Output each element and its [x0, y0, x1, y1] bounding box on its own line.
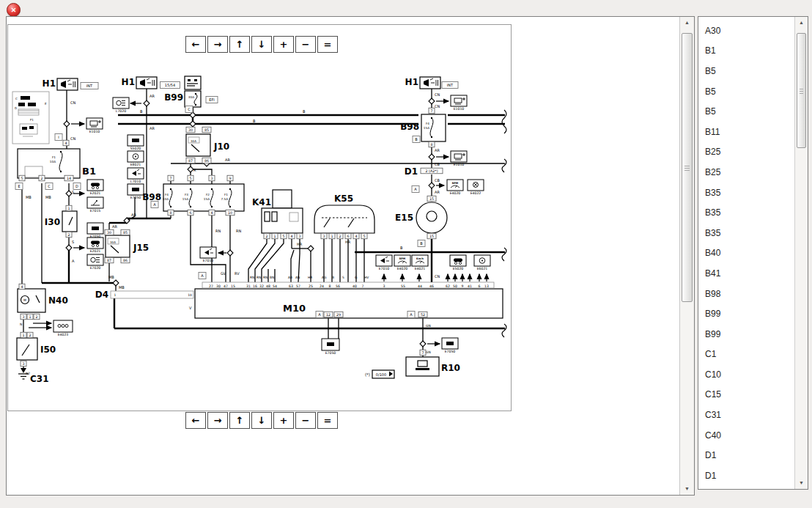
diagram-text: MB	[45, 195, 51, 199]
diagram-path	[502, 159, 506, 172]
component-list-item-c31[interactable]: C31	[698, 405, 795, 425]
component-list-item-b11[interactable]: B11	[698, 122, 795, 142]
scroll-down-button[interactable]: ▼	[680, 483, 694, 495]
diagram-text: 24	[320, 284, 324, 288]
diagram-text: 40	[353, 284, 357, 288]
component-list-item-b1[interactable]: B1	[698, 41, 795, 62]
diagram-text: 1	[29, 315, 31, 319]
list-vertical-scrollbar[interactable]: ▲ ▼	[794, 17, 808, 489]
diagram-text: 4	[290, 235, 292, 238]
diagram-text: 3	[22, 362, 24, 366]
main-vertical-scrollbar[interactable]: ▲ ▼	[679, 17, 694, 495]
diagram-text: 15A	[182, 197, 188, 201]
diagram-text: 85	[123, 231, 128, 235]
diagram-text: RN	[236, 229, 241, 233]
scroll-down-button[interactable]: ▼	[795, 477, 808, 489]
diagram-text: 5	[189, 177, 191, 180]
diagram-text: E7010	[203, 259, 214, 262]
diagram-box	[18, 109, 39, 115]
component-list-item-c10[interactable]: C10	[698, 364, 795, 385]
diagram-text: HR	[297, 242, 303, 246]
pan-left-button[interactable]: ←	[185, 412, 206, 429]
diagram-text: 15	[231, 284, 235, 288]
zoom-out-button[interactable]: −	[295, 36, 316, 53]
diagram-box	[62, 211, 77, 232]
component-list-item-c15[interactable]: C15	[698, 385, 795, 405]
zoom-in-button[interactable]: +	[273, 412, 294, 429]
junction	[188, 166, 193, 172]
pan-up-button[interactable]: ↑	[229, 412, 250, 429]
component-list-item-c1[interactable]: C1	[698, 345, 795, 365]
component-list-item-b98[interactable]: B98	[698, 284, 795, 304]
component-list-item-a30[interactable]: A30	[698, 21, 795, 41]
diagram-text: AN	[295, 276, 300, 279]
diagram-text: E1010	[454, 107, 465, 111]
diagram-text: HV	[364, 276, 369, 279]
diagram-text: 30A	[110, 240, 116, 244]
scroll-thumb[interactable]	[797, 33, 806, 148]
pan-up-button[interactable]: ↑	[229, 36, 250, 53]
diagram-text: 25	[309, 284, 313, 288]
component-list-item-b35[interactable]: B35	[698, 183, 795, 203]
diagram-text: S5020	[130, 147, 141, 150]
component-list-item-b5[interactable]: B5	[698, 61, 795, 81]
pan-left-button[interactable]: ←	[185, 36, 206, 53]
diagram-text: B	[253, 119, 256, 123]
diagram-text: E7010	[379, 267, 390, 270]
component-list-item-b35[interactable]: B35	[698, 202, 795, 223]
pan-down-button[interactable]: ↓	[251, 36, 272, 53]
scroll-up-button[interactable]: ▲	[795, 17, 808, 29]
diagram-text: S	[72, 240, 74, 244]
component-list-item-b5[interactable]: B5	[698, 81, 795, 102]
diagram-text: S	[72, 190, 74, 194]
component-list-item-d1[interactable]: D1	[698, 445, 795, 465]
pan-down-button[interactable]: ↓	[251, 412, 272, 429]
diagram-text: D	[75, 184, 78, 188]
component-list-item-b99[interactable]: B99	[698, 324, 795, 345]
component-list-item-b99[interactable]: B99	[698, 303, 795, 324]
component-label: R10	[441, 363, 460, 373]
diagram-text: 4	[21, 285, 23, 289]
diagram-text: D	[15, 106, 17, 110]
component-list-item-b41[interactable]: B41	[698, 263, 795, 284]
scroll-thumb[interactable]	[682, 33, 693, 302]
zoom-in-button[interactable]: +	[273, 36, 294, 53]
diagram-text: RN	[256, 276, 261, 279]
component-list-item-b35[interactable]: B35	[698, 223, 795, 243]
pan-right-button[interactable]: →	[207, 412, 228, 429]
diagram-text: AB	[288, 276, 292, 279]
zoom-out-button[interactable]: −	[295, 412, 316, 429]
diagram-box	[194, 79, 197, 81]
diagram-text: F4	[165, 193, 169, 196]
diagram-box	[57, 78, 78, 90]
diagram-text: E8021	[130, 163, 141, 166]
component-list-item-c40[interactable]: C40	[698, 425, 795, 446]
diagram-text: 3	[322, 235, 325, 238]
diagram-text: M	[23, 298, 26, 302]
diagram-box	[111, 291, 193, 298]
diagram-text: 13	[484, 284, 489, 288]
diagram-frame: E1010L7020S5020E8021L7010E7050E2021E7015…	[7, 24, 512, 411]
scroll-up-button[interactable]: ▲	[680, 17, 694, 29]
diagram-text: 5	[282, 235, 284, 238]
component-label: B1	[82, 166, 96, 177]
close-button[interactable]: ✕	[7, 3, 21, 17]
component-list-item-b5[interactable]: B5	[698, 101, 795, 122]
diagram-text: MB	[26, 195, 32, 199]
component-list-item-b25[interactable]: B25	[698, 142, 795, 163]
diagram-text: 30A	[188, 95, 194, 99]
component-list-item-b40[interactable]: B40	[698, 243, 795, 264]
zoom-fit-button[interactable]: =	[317, 36, 338, 53]
diagram-text: 4	[210, 211, 213, 215]
junction	[308, 246, 314, 251]
component-list-item-d1[interactable]: D1	[698, 465, 795, 486]
diagram-text: 9	[229, 177, 231, 180]
pan-right-button[interactable]: →	[207, 36, 228, 53]
diagram-box	[29, 126, 34, 129]
diagram-text: 50	[453, 284, 457, 288]
zoom-fit-button[interactable]: =	[317, 412, 338, 429]
car-icon	[454, 259, 462, 262]
component-list-item-b25[interactable]: B25	[698, 162, 795, 183]
component-label: M10	[283, 303, 306, 314]
close-icon: ✕	[11, 7, 17, 14]
